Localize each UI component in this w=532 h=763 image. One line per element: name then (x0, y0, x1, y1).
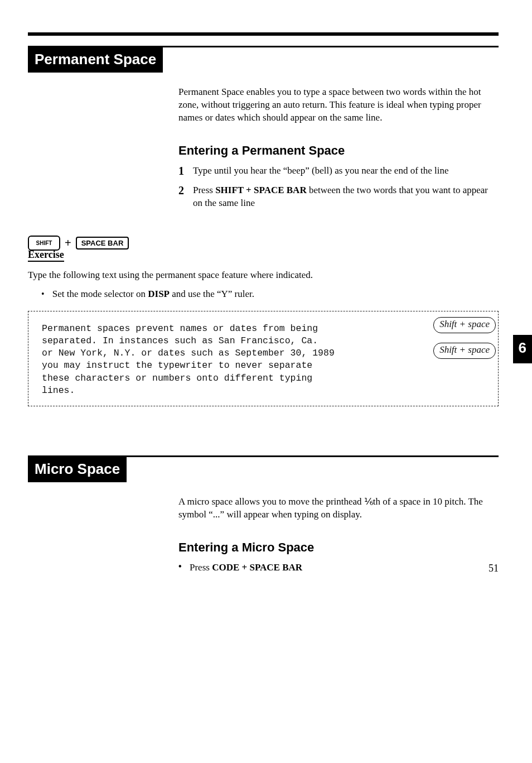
keycap-shift: SHIFT (28, 236, 60, 251)
bullet-pre: Set the mode selector on (52, 289, 148, 299)
sample-line: or New York, N.Y. or dates such as Septe… (42, 347, 488, 359)
sample-line: lines. (42, 385, 488, 397)
step-number: 1 (178, 165, 193, 177)
handwritten-note: Shift + space (433, 317, 496, 333)
bullet-post: and use the “Y” ruler. (170, 289, 254, 299)
bullet-icon: • (178, 562, 190, 574)
exercise-setup: Set the mode selector on DISP and use th… (41, 289, 499, 300)
chapter-tab: 6 (513, 335, 532, 363)
exercise-sample-box: Permanent spaces prevent names or dates … (28, 311, 499, 407)
step2-bold: SHIFT + SPACE BAR (215, 185, 307, 195)
exercise-heading: Exercise (28, 249, 64, 262)
step-1: 1 Type until you hear the “beep” (bell) … (178, 165, 499, 177)
handwritten-note: Shift + space (433, 343, 496, 359)
intro-paragraph-micro: A micro space allows you to move the pri… (178, 496, 499, 521)
bullet-bold: DISP (148, 289, 170, 299)
step-text: Press SHIFT + SPACE BAR between the two … (193, 184, 499, 210)
micro-bullet: • Press CODE + SPACE BAR (178, 562, 499, 574)
step-2: 2 Press SHIFT + SPACE BAR between the tw… (178, 184, 499, 210)
section-permanent-space: Permanent Space (28, 46, 499, 73)
step2-pre: Press (193, 185, 215, 195)
keycap-space-bar: SPACE BAR (76, 237, 129, 249)
step-text: Press CODE + SPACE BAR (190, 562, 302, 574)
step-number: 2 (178, 184, 193, 210)
plus-icon: + (65, 237, 71, 249)
section-title: Permanent Space (28, 47, 163, 73)
section-micro-space: Micro Space (28, 455, 499, 482)
intro-paragraph: Permanent Space enables you to type a sp… (178, 86, 499, 124)
step-text: Type until you hear the “beep” (bell) as… (193, 165, 449, 177)
sample-line: Permanent spaces prevent names or dates … (42, 323, 488, 335)
key-cue-shift-space: SHIFT + SPACE BAR (28, 236, 129, 251)
sample-line: you may instruct the typewriter to never… (42, 359, 488, 372)
micro-bold: CODE + SPACE BAR (212, 562, 302, 573)
micro-pre: Press (190, 562, 212, 573)
exercise-instruction: Type the following text using the perman… (28, 270, 499, 281)
subheading-entering-permanent: Entering a Permanent Space (178, 143, 499, 158)
section-title: Micro Space (28, 457, 127, 482)
subheading-entering-micro: Entering a Micro Space (178, 540, 499, 555)
sample-line: separated. In instances such as San Fran… (42, 335, 488, 347)
page-number: 51 (489, 563, 499, 574)
top-rule (28, 32, 499, 36)
sample-line: these characters or numbers onto differe… (42, 372, 488, 385)
